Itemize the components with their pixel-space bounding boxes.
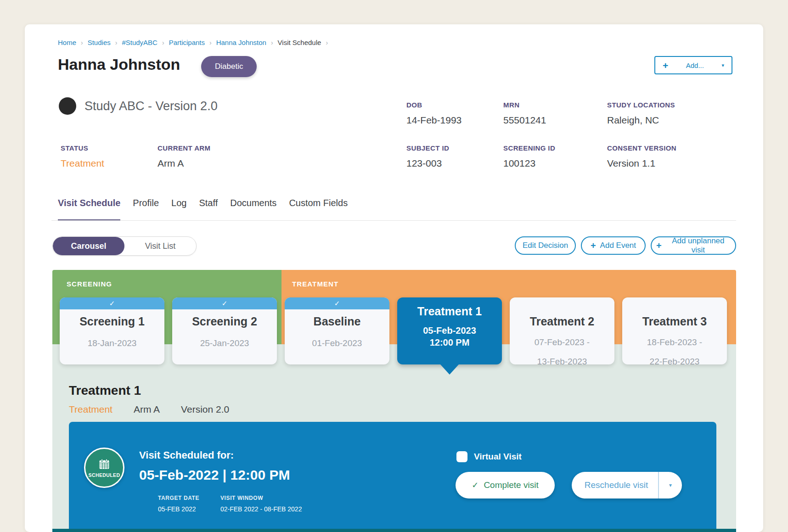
field-label: SCREENING ID <box>503 144 555 152</box>
screening-section-label: SCREENING <box>67 280 112 288</box>
visit-window-block: VISIT WINDOW 02-FEB 2022 - 08-FEB 2022 <box>220 495 302 513</box>
add-button-label: Add... <box>686 62 704 69</box>
visit-card-treatment-2[interactable]: Treatment 2 07-Feb-2023 - 13-Feb-2023 <box>510 297 614 364</box>
chevron-down-icon[interactable]: ▾ <box>659 482 682 488</box>
virtual-visit-row: Virtual Visit <box>456 451 522 462</box>
breadcrumb-link-home[interactable]: Home <box>58 39 76 46</box>
field-label: CONSENT VERSION <box>607 144 676 152</box>
virtual-visit-checkbox[interactable] <box>456 451 467 462</box>
selected-visit-arm: Arm A <box>134 404 160 415</box>
field-current-arm: CURRENT ARM Arm A <box>158 144 211 169</box>
add-unplanned-visit-button[interactable]: + Add unplanned visit <box>651 236 736 255</box>
visit-card-title: Screening 2 <box>172 315 277 328</box>
completed-strip: ✓ <box>285 297 389 309</box>
visit-card-title: Screening 1 <box>60 315 164 328</box>
tabs-divider <box>51 220 736 221</box>
field-status: STATUS Treatment <box>61 144 104 169</box>
virtual-visit-label: Virtual Visit <box>474 452 522 462</box>
visit-card-screening-2[interactable]: ✓ Screening 2 25-Jan-2023 <box>172 297 277 364</box>
visit-card-title: Treatment 2 <box>510 315 614 328</box>
field-screening-id: SCREENING ID 100123 <box>503 144 555 169</box>
field-label: SUBJECT ID <box>406 144 449 152</box>
study-name: Study ABC - Version 2.0 <box>84 99 218 113</box>
visit-card-screening-1[interactable]: ✓ Screening 1 18-Jan-2023 <box>60 297 164 364</box>
tab-profile[interactable]: Profile <box>133 197 159 221</box>
reschedule-visit-label: Reschedule visit <box>572 480 658 490</box>
breadcrumb-link-study-abc[interactable]: #StudyABC <box>122 39 158 46</box>
tab-bar: Visit Schedule Profile Log Staff Documen… <box>58 197 348 221</box>
field-value: Treatment <box>61 158 104 169</box>
view-toggle: Carousel Visit List <box>52 236 197 256</box>
visit-card-title: Treatment 1 <box>397 305 502 318</box>
toggle-carousel[interactable]: Carousel <box>53 237 124 255</box>
complete-visit-label: Complete visit <box>484 480 538 490</box>
field-value: Raleigh, NC <box>607 115 675 126</box>
target-date-label: TARGET DATE <box>158 495 199 501</box>
target-date-value: 05-FEB 2022 <box>158 505 199 513</box>
selected-visit-title: Treatment 1 <box>69 383 141 398</box>
visit-window-value: 02-FEB 2022 - 08-FEB 2022 <box>220 505 302 513</box>
treatment-section-label: TREATMENT <box>292 280 338 288</box>
chevron-right-icon: › <box>326 39 328 46</box>
add-unplanned-visit-label: Add unplanned visit <box>666 236 731 255</box>
edit-decision-button[interactable]: Edit Decision <box>515 236 576 255</box>
visit-window-label: VISIT WINDOW <box>220 495 302 501</box>
tab-documents[interactable]: Documents <box>230 197 276 221</box>
breadcrumb: Home › Studies › #StudyABC › Participant… <box>58 39 328 46</box>
plus-icon: + <box>591 241 596 250</box>
visit-card-time: 12:00 PM <box>397 337 502 348</box>
field-value: 55501241 <box>503 115 546 126</box>
visit-card-baseline[interactable]: ✓ Baseline 01-Feb-2023 <box>285 297 389 364</box>
reschedule-visit-button[interactable]: Reschedule visit ▾ <box>572 472 682 498</box>
visit-card-date: 18-Jan-2023 <box>60 338 164 348</box>
field-value: Arm A <box>158 158 211 169</box>
visit-banner: SCHEDULED Visit Scheduled for: 05-Feb-20… <box>69 422 716 529</box>
breadcrumb-link-studies[interactable]: Studies <box>88 39 111 46</box>
field-label: STATUS <box>61 144 104 152</box>
chevron-down-icon: ▾ <box>721 62 724 68</box>
plus-icon: + <box>663 61 668 70</box>
field-dob: DOB 14-Feb-1993 <box>406 101 462 126</box>
target-date-block: TARGET DATE 05-FEB 2022 <box>158 495 199 513</box>
add-button[interactable]: + Add... ▾ <box>654 56 732 74</box>
field-mrn: MRN 55501241 <box>503 101 546 126</box>
condition-badge: Diabetic <box>201 56 257 77</box>
tab-visit-schedule[interactable]: Visit Schedule <box>58 197 120 221</box>
completed-strip: ✓ <box>172 297 277 309</box>
selected-card-pointer <box>440 364 459 375</box>
field-study-locations: STUDY LOCATIONS Raleigh, NC <box>607 101 675 126</box>
tab-staff[interactable]: Staff <box>199 197 218 221</box>
chevron-right-icon: › <box>81 39 83 46</box>
chevron-right-icon: › <box>209 39 212 46</box>
edit-decision-label: Edit Decision <box>523 241 568 250</box>
check-icon: ✓ <box>222 299 228 308</box>
selected-visit-version: Version 2.0 <box>181 404 229 415</box>
toggle-visit-list[interactable]: Visit List <box>124 237 196 255</box>
check-icon: ✓ <box>334 299 340 308</box>
visit-card-title: Baseline <box>285 315 389 328</box>
scheduled-badge-label: SCHEDULED <box>89 472 120 478</box>
plus-icon: + <box>656 241 662 250</box>
study-status-dot <box>59 97 76 115</box>
check-icon: ✓ <box>472 480 478 490</box>
next-section-edge <box>52 529 736 532</box>
page-title: Hanna Johnston <box>58 56 180 73</box>
tab-log[interactable]: Log <box>171 197 186 221</box>
field-consent-version: CONSENT VERSION Version 1.1 <box>607 144 676 169</box>
breadcrumb-link-participants[interactable]: Participants <box>169 39 205 46</box>
visit-card-date: 05-Feb-2023 <box>397 325 502 336</box>
breadcrumb-link-participant[interactable]: Hanna Johnston <box>216 39 266 46</box>
visit-card-treatment-1-selected[interactable]: Treatment 1 05-Feb-2023 12:00 PM <box>397 297 502 364</box>
selected-visit-meta: Treatment Arm A Version 2.0 <box>69 404 229 415</box>
chevron-right-icon: › <box>162 39 164 46</box>
selected-visit-status: Treatment <box>69 404 113 415</box>
visit-card-treatment-3[interactable]: Treatment 3 18-Feb-2023 - 22-Feb-2023 <box>622 297 727 364</box>
visit-card-date: 25-Jan-2023 <box>172 338 277 348</box>
tab-custom-fields[interactable]: Custom Fields <box>289 197 348 221</box>
complete-visit-button[interactable]: ✓ Complete visit <box>456 472 555 498</box>
field-label: CURRENT ARM <box>158 144 211 152</box>
field-value: 100123 <box>503 158 555 169</box>
field-value: Version 1.1 <box>607 158 676 169</box>
add-event-button[interactable]: + Add Event <box>581 236 646 255</box>
calendar-icon <box>98 458 111 470</box>
